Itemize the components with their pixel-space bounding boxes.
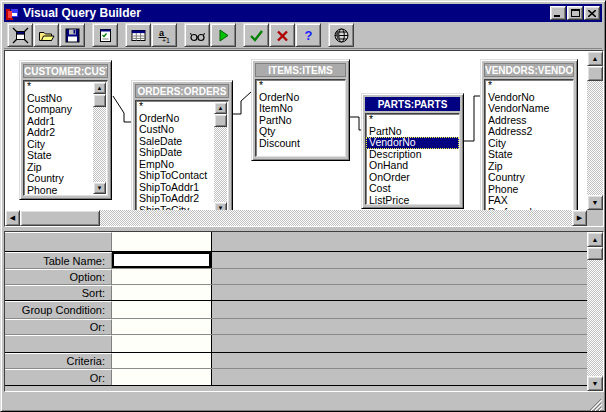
scrollbar-thumb[interactable]	[93, 94, 106, 107]
scrollbar-thumb[interactable]	[587, 66, 603, 81]
new-query-window-icon	[12, 27, 29, 44]
scroll-up-icon[interactable]: ▲	[587, 51, 603, 66]
field-item[interactable]: FAX	[485, 195, 573, 207]
scrollbar-thumb[interactable]	[20, 210, 100, 226]
toolbar-options-button[interactable]	[92, 23, 118, 47]
toolbar-save-query-button[interactable]	[59, 23, 85, 47]
toolbar-new-query-button[interactable]	[7, 23, 33, 47]
field-list-scrollbar[interactable]: ▲▼	[214, 102, 227, 210]
grid-row-or-2: Or:	[5, 369, 587, 386]
toolbar-ok-button[interactable]	[243, 23, 269, 47]
join-line[interactable]	[233, 92, 251, 114]
scroll-up-icon[interactable]: ▲	[93, 82, 106, 94]
field-item[interactable]: ListPrice	[366, 195, 459, 206]
grid-cell-sort[interactable]	[112, 285, 212, 300]
scrollbar-track[interactable]	[214, 127, 227, 202]
resize-grip-icon[interactable]	[589, 397, 602, 410]
grid-cell-header[interactable]	[112, 232, 212, 251]
field-item[interactable]: OnHand	[366, 160, 459, 172]
scroll-down-icon[interactable]: ▼	[587, 195, 603, 210]
field-item[interactable]: City	[485, 138, 573, 150]
minimize-button[interactable]	[550, 6, 566, 20]
field-item[interactable]: Zip	[485, 161, 573, 173]
scrollbar-track[interactable]	[587, 81, 603, 195]
field-item[interactable]: Address	[485, 115, 573, 127]
toolbar-run-query-button[interactable]	[210, 23, 236, 47]
field-item[interactable]: *	[485, 80, 573, 92]
scroll-left-icon[interactable]: ◀	[5, 210, 20, 226]
scroll-right-icon[interactable]: ▶	[572, 210, 587, 226]
query-design-area: CUSTOMER:CUSTOMER*CustNoCompanyAddr1Addr…	[4, 50, 604, 227]
table-window-parts[interactable]: PARTS:PARTS*PartNoVendorNoDescriptionOnH…	[361, 93, 464, 209]
scrollbar-track[interactable]	[93, 107, 106, 182]
field-item[interactable]: *	[256, 80, 345, 92]
field-list-scrollbar[interactable]: ▲▼	[93, 82, 106, 194]
scrollbar-thumb[interactable]	[214, 114, 227, 127]
field-item[interactable]: ItemNo	[256, 103, 345, 115]
grid-cell-table-name[interactable]	[112, 252, 212, 268]
grid-row-filler	[212, 335, 587, 352]
field-item[interactable]: Qty	[256, 126, 345, 138]
join-line[interactable]	[464, 96, 480, 141]
toolbar-help-button[interactable]: ?	[295, 23, 321, 47]
grid-cell-or-1[interactable]	[112, 319, 212, 334]
toolbar-cancel-button[interactable]	[269, 23, 295, 47]
field-item-selected[interactable]: VendorNo	[366, 137, 459, 149]
scrollbar-corner	[587, 210, 603, 226]
grid-row-table-name: Table Name:	[5, 252, 587, 269]
toolbar-view-sql-button[interactable]	[184, 23, 210, 47]
field-item[interactable]: Address2	[485, 126, 573, 138]
options-window-icon	[97, 27, 114, 44]
grid-cell-group-condition[interactable]	[112, 301, 212, 318]
eyeglasses-icon	[189, 27, 206, 44]
field-item[interactable]: Phone	[485, 184, 573, 196]
toolbar-internet-button[interactable]	[328, 23, 354, 47]
toolbar-open-query-button[interactable]	[33, 23, 59, 47]
scroll-up-icon[interactable]: ▲	[587, 232, 603, 247]
grid-cell-option[interactable]	[112, 269, 212, 284]
field-item[interactable]: VendorNo	[485, 92, 573, 104]
grid-cell-criteria[interactable]	[112, 353, 212, 368]
field-item[interactable]: Discount	[256, 138, 345, 150]
grid-cell-or-2[interactable]	[112, 369, 212, 385]
field-item[interactable]: OnOrder	[366, 172, 459, 184]
table-title[interactable]: ITEMS:ITEMS	[255, 63, 346, 77]
table-window-customer[interactable]: CUSTOMER:CUSTOMER*CustNoCompanyAddr1Addr…	[19, 60, 112, 200]
scroll-down-icon[interactable]: ▼	[93, 182, 106, 194]
table-window-orders[interactable]: ORDERS:ORDERS*OrderNoCustNoSaleDateShipD…	[131, 80, 233, 210]
canvas-vertical-scrollbar[interactable]: ▲ ▼	[587, 51, 603, 210]
field-item[interactable]: PartNo	[366, 126, 459, 138]
grid-label-group-condition: Group Condition:	[5, 301, 112, 318]
scrollbar-thumb[interactable]	[587, 247, 603, 260]
scroll-down-icon[interactable]: ▼	[214, 202, 227, 210]
table-title[interactable]: CUSTOMER:CUSTOMER	[23, 64, 108, 78]
field-item[interactable]: PartNo	[256, 115, 345, 127]
table-window-vendors[interactable]: VENDORS:VENDORS*VendorNoVendorNameAddres…	[480, 59, 578, 210]
scrollbar-track[interactable]	[587, 260, 603, 376]
field-item[interactable]: VendorName	[485, 103, 573, 115]
join-line[interactable]	[113, 96, 131, 122]
canvas-horizontal-scrollbar[interactable]: ◀ ▶	[5, 210, 587, 226]
toolbar-add-table-button[interactable]	[125, 23, 151, 47]
table-title[interactable]: VENDORS:VENDORS	[484, 63, 574, 77]
table-canvas[interactable]: CUSTOMER:CUSTOMER*CustNoCompanyAddr1Addr…	[5, 51, 587, 210]
scroll-down-icon[interactable]: ▼	[587, 376, 603, 391]
join-line[interactable]	[350, 117, 361, 130]
field-item[interactable]: Description	[366, 149, 459, 161]
toolbar-field-alias-button[interactable]: a+1	[151, 23, 177, 47]
close-button[interactable]	[584, 6, 600, 20]
table-title[interactable]: PARTS:PARTS	[365, 97, 460, 111]
grid-vertical-scrollbar[interactable]: ▲ ▼	[587, 232, 603, 391]
scroll-up-icon[interactable]: ▲	[214, 102, 227, 114]
maximize-button[interactable]	[567, 6, 583, 20]
title-bar[interactable]: Visual Query Builder	[4, 4, 602, 22]
table-window-items[interactable]: ITEMS:ITEMS*OrderNoItemNoPartNoQtyDiscou…	[251, 59, 350, 161]
field-item[interactable]: *	[366, 114, 459, 126]
field-item[interactable]: Country	[485, 172, 573, 184]
table-title[interactable]: ORDERS:ORDERS	[135, 84, 229, 98]
field-item[interactable]: State	[485, 149, 573, 161]
field-item[interactable]: OrderNo	[256, 92, 345, 104]
grid-cell-spacer[interactable]	[112, 335, 212, 352]
scrollbar-track[interactable]	[100, 210, 572, 226]
field-item[interactable]: Cost	[366, 183, 459, 195]
